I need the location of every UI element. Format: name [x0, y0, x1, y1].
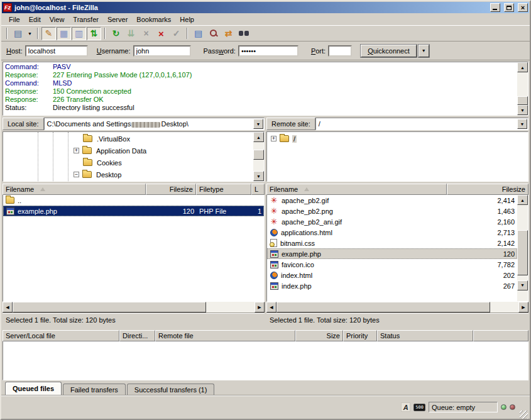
remote-file-row[interactable]: ✳apache_pb2_ani.gif 2,160: [267, 216, 517, 227]
refresh-button[interactable]: ↻: [109, 27, 123, 40]
column-remote-file[interactable]: Remote file: [155, 330, 295, 341]
scrollbar-thumb[interactable]: [253, 150, 264, 160]
toggle-local-tree-button[interactable]: ▦: [57, 27, 71, 40]
remote-file-row[interactable]: ✳apache_pb2.gif 2,414: [267, 195, 517, 206]
close-button[interactable]: ×: [518, 3, 528, 12]
scroll-down-icon[interactable]: ▼: [253, 171, 264, 181]
column-status[interactable]: Status: [377, 330, 473, 341]
local-file-row-updir[interactable]: ..: [3, 195, 264, 206]
menu-file[interactable]: File: [5, 14, 25, 25]
tab-queued-files[interactable]: Queued files: [5, 382, 62, 395]
collapse-minus-icon[interactable]: −: [74, 172, 79, 177]
combo-dropdown-icon[interactable]: ▼: [253, 119, 263, 129]
find-files-button[interactable]: [206, 27, 221, 40]
remote-file-row[interactable]: ✳apache_pb2.png 1,463: [267, 206, 517, 216]
remote-file-row[interactable]: index.php 267: [267, 280, 517, 291]
scroll-right-icon[interactable]: ▶: [518, 302, 528, 312]
resize-grip[interactable]: [520, 411, 528, 419]
remote-file-row-selected[interactable]: example.php 120: [267, 248, 517, 259]
sort-ascending-icon: [304, 187, 309, 191]
redacted-username: [131, 122, 160, 128]
tree-item-application-data[interactable]: + Application Data: [3, 145, 253, 157]
site-manager-button[interactable]: ▤: [11, 27, 25, 40]
tree-item-virtualbox[interactable]: .VirtualBox: [3, 133, 253, 145]
menu-view[interactable]: View: [46, 14, 70, 25]
scroll-left-icon[interactable]: ◀: [3, 302, 13, 312]
column-filesize[interactable]: Filesize: [447, 184, 528, 195]
tab-successful-transfers[interactable]: Successful transfers (1): [127, 384, 215, 395]
combo-dropdown-icon[interactable]: ▼: [517, 119, 527, 129]
local-file-row-example-php[interactable]: example.php 120 PHP File 1: [3, 206, 264, 216]
remote-file-row[interactable]: index.html 202: [267, 270, 517, 280]
column-direction[interactable]: Directi...: [119, 330, 155, 341]
column-filename[interactable]: Filename: [3, 184, 146, 195]
minimize-button[interactable]: [490, 3, 500, 12]
local-tree-scrollbar[interactable]: ▲ ▼: [253, 132, 264, 181]
menu-help[interactable]: Help: [176, 14, 199, 25]
process-queue-button[interactable]: ⇊: [124, 27, 138, 40]
remote-file-row[interactable]: favicon.ico 7,782: [267, 259, 517, 270]
host-input[interactable]: [25, 45, 88, 57]
local-path-combobox[interactable]: C:\Documents and SettingsDesktop\ ▼: [44, 118, 265, 130]
filter-button[interactable]: [236, 27, 251, 40]
local-horizontal-scrollbar[interactable]: ◀ ▶: [3, 302, 265, 312]
remote-path-combobox[interactable]: / ▼: [315, 118, 528, 130]
scrollbar-thumb[interactable]: [517, 96, 528, 105]
tree-item-root[interactable]: + /: [267, 133, 528, 145]
remote-file-row[interactable]: bitnami.css 2,142: [267, 238, 517, 248]
remote-list-scrollbar[interactable]: ▲ ▼: [517, 195, 528, 301]
scroll-right-icon[interactable]: ▶: [255, 302, 265, 312]
scroll-up-icon[interactable]: ▲: [517, 195, 528, 205]
remote-file-row[interactable]: applications.html 2,713: [267, 227, 517, 238]
maximize-button[interactable]: [504, 3, 514, 12]
tree-item-desktop[interactable]: − Desktop: [3, 169, 253, 180]
local-tree-content: .VirtualBox + Application Data Cookies −: [3, 132, 253, 181]
cancel-operation-button[interactable]: ×: [139, 27, 153, 40]
scroll-left-icon[interactable]: ◀: [266, 302, 276, 312]
quickconnect-button[interactable]: Quickconnect: [361, 45, 417, 57]
menu-server[interactable]: Server: [104, 14, 133, 25]
column-size[interactable]: Size: [295, 330, 343, 341]
site-manager-dropdown-icon[interactable]: ▼: [26, 27, 34, 40]
speed-limit-badge-icon[interactable]: 500: [413, 404, 425, 411]
data-type-indicator-icon[interactable]: A: [401, 402, 410, 412]
tab-failed-transfers[interactable]: Failed transfers: [63, 384, 126, 395]
scrollbar-thumb[interactable]: [13, 302, 206, 312]
apache-feather-icon: ✳: [270, 197, 278, 204]
scroll-up-icon[interactable]: ▲: [517, 62, 528, 72]
column-priority[interactable]: Priority: [343, 330, 377, 341]
scroll-up-icon[interactable]: ▲: [253, 132, 264, 142]
tree-item-cookies[interactable]: Cookies: [3, 157, 253, 169]
reconnect-button[interactable]: ✓: [169, 27, 183, 40]
disconnect-button[interactable]: ×: [154, 27, 168, 40]
column-server-local-file[interactable]: Server/Local file: [3, 330, 119, 341]
column-filesize[interactable]: Filesize: [146, 184, 196, 195]
message-log-scrollbar[interactable]: ▲ ▼: [517, 62, 528, 115]
scrollbar-thumb[interactable]: [276, 302, 490, 312]
password-input[interactable]: [238, 45, 298, 57]
username-input[interactable]: [133, 45, 191, 57]
scroll-down-icon[interactable]: ▼: [517, 280, 528, 290]
column-filename[interactable]: Filename: [266, 184, 447, 195]
toggle-queue-button[interactable]: ⇅: [87, 27, 101, 40]
scrollbar-thumb[interactable]: [517, 230, 528, 275]
toggle-remote-tree-button[interactable]: ▥: [72, 27, 86, 40]
column-filetype[interactable]: Filetype: [196, 184, 251, 195]
menu-bookmarks[interactable]: Bookmarks: [133, 14, 176, 25]
scroll-down-icon[interactable]: ▼: [517, 105, 528, 115]
expand-plus-icon[interactable]: +: [271, 136, 276, 141]
directory-comparison-button[interactable]: ▤: [191, 27, 205, 40]
synchronized-browsing-button[interactable]: ⇄: [221, 27, 236, 40]
toolbar-separator: [6, 28, 8, 39]
remote-horizontal-scrollbar[interactable]: ◀ ▶: [266, 302, 528, 312]
app-icon: Fz: [3, 3, 12, 12]
php-file-icon: [270, 250, 278, 258]
expand-plus-icon[interactable]: +: [74, 148, 79, 153]
port-input[interactable]: [328, 45, 352, 57]
quickconnect-dropdown-button[interactable]: ▼: [419, 45, 429, 57]
menu-edit[interactable]: Edit: [25, 14, 46, 25]
toggle-message-log-button[interactable]: ✎: [41, 27, 56, 40]
column-lastmodified[interactable]: L: [251, 184, 265, 195]
menu-transfer[interactable]: Transfer: [69, 14, 104, 25]
remote-file-list: ✳apache_pb2.gif 2,414 ✳apache_pb2.png 1,…: [266, 195, 528, 302]
